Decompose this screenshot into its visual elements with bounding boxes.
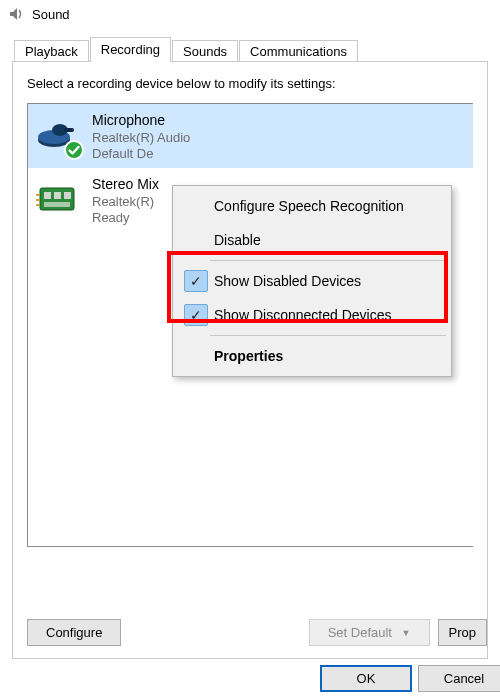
titlebar: Sound [0,0,500,28]
sound-window: Sound Playback Recording Sounds Communic… [0,0,500,700]
panel-buttons: Configure Set Default ▼ Prop [27,619,487,646]
list-item[interactable]: Microphone Realtek(R) Audio Default De [28,104,473,168]
check-icon [184,304,208,326]
svg-rect-10 [64,192,71,199]
configure-button[interactable]: Configure [27,619,121,646]
check-icon [184,345,208,367]
menu-separator [210,260,446,261]
device-name: Microphone [92,112,190,130]
tab-recording[interactable]: Recording [90,37,171,62]
dialog-buttons: OK Cancel [320,665,500,692]
svg-rect-11 [44,202,70,207]
check-icon [184,195,208,217]
svg-rect-13 [36,199,40,201]
svg-rect-8 [44,192,51,199]
set-default-button[interactable]: Set Default ▼ [309,619,430,646]
default-check-icon [64,140,84,160]
menu-separator [210,335,446,336]
check-icon [184,229,208,251]
instruction-text: Select a recording device below to modif… [27,76,473,91]
device-text: Microphone Realtek(R) Audio Default De [92,110,190,162]
svg-rect-14 [36,204,40,206]
device-text: Stereo Mix Realtek(R) Ready [92,174,159,226]
stereo-mix-device-icon [34,174,82,222]
device-name: Stereo Mix [92,176,159,194]
tab-communications[interactable]: Communications [239,40,358,63]
menu-item-properties[interactable]: Properties [176,339,448,373]
context-menu: Configure Speech Recognition Disable Sho… [172,185,452,377]
properties-button[interactable]: Prop [438,619,487,646]
svg-rect-4 [64,128,74,132]
svg-rect-9 [54,192,61,199]
menu-item-show-disabled[interactable]: Show Disabled Devices [176,264,448,298]
chevron-down-icon: ▼ [402,628,411,638]
tabs: Playback Recording Sounds Communications [12,36,500,61]
microphone-device-icon [34,110,82,158]
tab-playback[interactable]: Playback [14,40,89,63]
svg-rect-12 [36,194,40,196]
menu-item-show-disconnected[interactable]: Show Disconnected Devices [176,298,448,332]
cancel-button[interactable]: Cancel [418,665,500,692]
sound-icon [8,6,24,22]
svg-point-5 [65,141,83,159]
menu-item-configure-speech[interactable]: Configure Speech Recognition [176,189,448,223]
device-status: Ready [92,210,159,226]
device-status: Default De [92,146,190,162]
menu-item-disable[interactable]: Disable [176,223,448,257]
window-title: Sound [32,7,70,22]
svg-marker-0 [10,8,17,20]
check-icon [184,270,208,292]
device-driver: Realtek(R) [92,194,159,210]
device-driver: Realtek(R) Audio [92,130,190,146]
tab-sounds[interactable]: Sounds [172,40,238,63]
ok-button[interactable]: OK [320,665,412,692]
set-default-label: Set Default [328,625,392,640]
